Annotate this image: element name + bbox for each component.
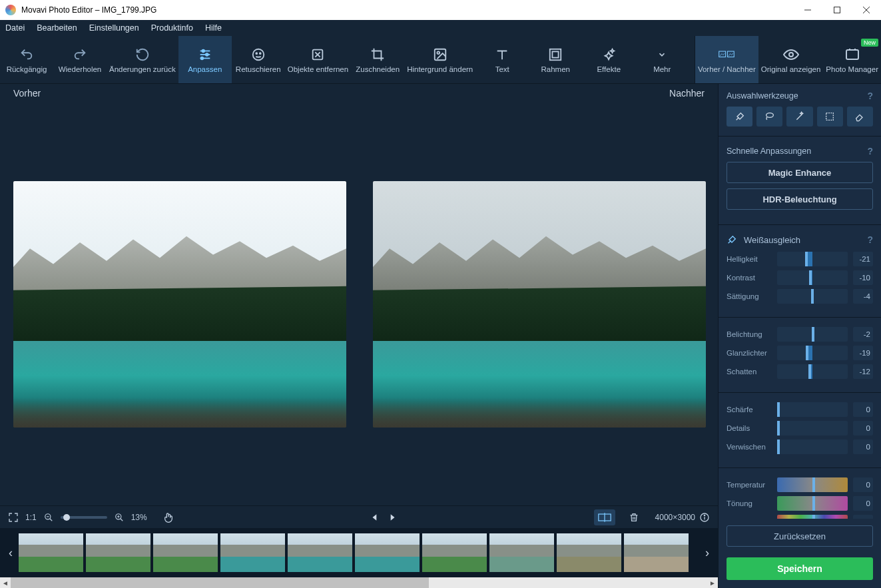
adjust-button[interactable]: Anpassen	[178, 36, 232, 83]
help-icon[interactable]: ?	[867, 146, 873, 156]
slider-track[interactable]	[777, 270, 848, 285]
thumbnail[interactable]	[624, 533, 689, 572]
zoom-out-button[interactable]	[43, 512, 54, 523]
hand-tool-button[interactable]	[163, 512, 174, 523]
slider-verwischen[interactable]: Verwischen0	[727, 440, 873, 454]
marquee-select-tool[interactable]	[817, 107, 843, 127]
thumbnail[interactable]	[19, 533, 83, 572]
crop-button[interactable]: Zuschneiden	[351, 36, 404, 83]
thumbnail-container	[19, 533, 699, 572]
scroll-right-icon[interactable]: ►	[707, 577, 718, 588]
ratio-button[interactable]: 1:1	[25, 513, 37, 522]
photo-manager-button[interactable]: NewPhoto Manager	[823, 36, 881, 83]
app-icon	[5, 5, 16, 15]
color-slider-tönung[interactable]: Tönung0	[727, 496, 873, 511]
thumbnail[interactable]	[355, 533, 420, 572]
slider-track[interactable]	[777, 402, 848, 417]
effects-button[interactable]: Effekte	[582, 36, 635, 83]
undo-button[interactable]: Rückgängig	[0, 36, 53, 83]
thumbnail[interactable]	[220, 533, 285, 572]
minimize-button[interactable]	[793, 0, 822, 20]
delete-button[interactable]	[629, 512, 639, 523]
info-button[interactable]	[699, 512, 710, 523]
slider-schärfe[interactable]: Schärfe0	[727, 402, 873, 417]
menu-settings[interactable]: Einstellungen	[89, 23, 139, 33]
save-button[interactable]: Speichern	[727, 557, 873, 580]
menu-edit[interactable]: Bearbeiten	[37, 23, 77, 33]
chevron-down-icon	[654, 47, 670, 63]
change-bg-button[interactable]: Hintergrund ändern	[404, 36, 475, 83]
prev-image-button[interactable]	[370, 512, 380, 523]
thumbnail[interactable]	[557, 533, 621, 572]
redo-button[interactable]: Wiederholen	[53, 36, 107, 83]
slider-value: 0	[853, 496, 873, 511]
slider-track[interactable]	[777, 252, 848, 266]
zoom-percent: 13%	[131, 513, 147, 522]
retouch-button[interactable]: Retuschieren	[232, 36, 285, 83]
color-track[interactable]	[777, 496, 848, 511]
more-button[interactable]: Mehr	[635, 36, 689, 83]
maximize-button[interactable]	[822, 0, 852, 20]
thumbnail[interactable]	[422, 533, 487, 572]
color-track[interactable]	[777, 477, 848, 492]
thumbnail[interactable]	[86, 533, 150, 572]
fit-screen-button[interactable]	[8, 512, 19, 523]
slider-track[interactable]	[777, 327, 848, 342]
menu-productinfo[interactable]: Produktinfo	[151, 23, 193, 33]
slider-track[interactable]	[777, 364, 848, 379]
compare-view[interactable]	[0, 103, 718, 505]
lasso-select-tool[interactable]	[756, 107, 782, 127]
slider-track[interactable]	[777, 421, 848, 436]
slider-label: Schärfe	[727, 406, 772, 414]
zoom-slider[interactable]	[61, 516, 107, 519]
slider-kontrast[interactable]: Kontrast-10	[727, 270, 873, 285]
filmstrip-next[interactable]: ›	[699, 533, 715, 573]
thumbnail[interactable]	[153, 533, 218, 572]
color-slider-farbton[interactable]: Farbton0	[727, 515, 873, 519]
horizontal-scrollbar[interactable]: ◄ ►	[0, 577, 718, 588]
color-slider-temperatur[interactable]: Temperatur0	[727, 477, 873, 492]
menu-help[interactable]: Hilfe	[205, 23, 222, 33]
help-icon[interactable]: ?	[867, 234, 873, 245]
slider-helligkeit[interactable]: Helligkeit-21	[727, 252, 873, 266]
filmstrip-prev[interactable]: ‹	[3, 533, 19, 573]
zoom-in-button[interactable]	[114, 512, 125, 523]
wand-select-tool[interactable]	[786, 107, 812, 127]
slider-belichtung[interactable]: Belichtung-2	[727, 327, 873, 342]
slider-details[interactable]: Details0	[727, 421, 873, 436]
revert-button[interactable]: Änderungen zurück	[107, 36, 178, 83]
show-original-button[interactable]: Original anzeigen	[758, 36, 824, 83]
thumbnail[interactable]	[288, 533, 352, 572]
slider-schatten[interactable]: Schatten-12	[727, 364, 873, 379]
compare-toggle-button[interactable]	[594, 509, 615, 525]
before-pane	[0, 103, 360, 505]
svg-rect-17	[553, 51, 559, 57]
menu-bar: Datei Bearbeiten Einstellungen Produktin…	[0, 20, 881, 36]
thumbnail[interactable]	[489, 533, 554, 572]
redo-icon	[72, 47, 88, 63]
menu-file[interactable]: Datei	[5, 23, 25, 33]
hdr-button[interactable]: HDR-Beleuchtung	[727, 188, 873, 210]
close-button[interactable]	[852, 0, 881, 20]
magic-enhance-button[interactable]: Magic Enhance	[727, 162, 873, 183]
scroll-left-icon[interactable]: ◄	[0, 577, 11, 588]
slider-track[interactable]	[777, 440, 848, 454]
text-button[interactable]: Text	[475, 36, 529, 83]
help-icon[interactable]: ?	[867, 91, 873, 101]
remove-objects-button[interactable]: Objekte entfernen	[285, 36, 351, 83]
slider-label: Helligkeit	[727, 255, 772, 263]
eyedropper-icon[interactable]	[727, 234, 737, 245]
slider-track[interactable]	[777, 346, 848, 360]
slider-track[interactable]	[777, 289, 848, 304]
frames-button[interactable]: Rahmen	[529, 36, 582, 83]
eraser-select-tool[interactable]	[847, 107, 873, 127]
slider-sättigung[interactable]: Sättigung-4	[727, 289, 873, 304]
reset-button[interactable]: Zurücksetzen	[727, 525, 873, 547]
after-label: Nachher	[669, 88, 705, 99]
before-after-button[interactable]: Vorher / Nachher	[695, 36, 758, 83]
slider-glanzlichter[interactable]: Glanzlichter-19	[727, 346, 873, 360]
brush-select-tool[interactable]	[727, 107, 752, 127]
crop-icon	[370, 47, 386, 63]
next-image-button[interactable]	[387, 512, 398, 523]
color-track[interactable]	[777, 515, 848, 519]
